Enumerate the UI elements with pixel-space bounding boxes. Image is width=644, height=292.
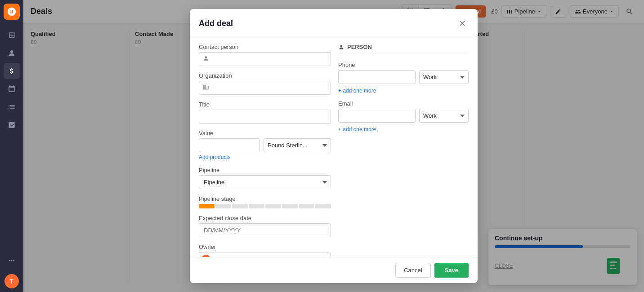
organization-label: Organization: [199, 72, 331, 79]
pipeline-label: Pipeline: [199, 167, 331, 173]
stage-seg-4[interactable]: [249, 204, 264, 208]
add-email-link[interactable]: + add one more: [338, 126, 469, 133]
svg-point-1: [205, 56, 207, 58]
user-avatar[interactable]: T: [4, 274, 19, 288]
phone-label: Phone: [338, 62, 469, 68]
modal-overlay: Add deal Contact person: [23, 0, 644, 292]
person-icon: [203, 55, 209, 63]
phone-input-row: Work Home Other: [338, 70, 469, 84]
phone-type-select[interactable]: Work Home Other: [419, 70, 469, 84]
currency-select[interactable]: Pound Sterlin...: [264, 138, 331, 152]
close-date-group: Expected close date: [199, 215, 331, 237]
modal-header: Add deal: [190, 9, 478, 36]
sidebar-item-marketplace[interactable]: [4, 117, 20, 133]
cancel-button[interactable]: Cancel: [395, 263, 430, 278]
org-input-wrapper: [199, 81, 331, 95]
contact-person-label: Contact person: [199, 44, 331, 50]
email-group: Email Work Home Other + add one more: [338, 100, 469, 133]
stage-seg-7[interactable]: [299, 204, 314, 208]
modal-right: PERSON Phone Work Home Other: [338, 44, 469, 250]
stage-bar[interactable]: [199, 204, 331, 208]
add-phone-link[interactable]: + add one more: [338, 88, 469, 94]
add-products-link[interactable]: Add products: [199, 154, 331, 160]
person-section-header: PERSON: [338, 44, 469, 53]
modal-footer: Cancel Save: [190, 257, 478, 283]
title-input[interactable]: [199, 110, 331, 124]
app-logo[interactable]: [4, 4, 20, 20]
org-icon: [203, 84, 209, 92]
email-label: Email: [338, 100, 469, 107]
organization-group: Organization: [199, 72, 331, 95]
stage-seg-6[interactable]: [282, 204, 298, 208]
sidebar: ⊞ T: [0, 0, 23, 292]
stage-seg-8[interactable]: [315, 204, 331, 208]
email-input-row: Work Home Other: [338, 109, 469, 123]
owner-label: Owner: [199, 243, 331, 250]
organization-input[interactable]: [199, 81, 331, 95]
sidebar-item-more[interactable]: [4, 252, 20, 269]
sidebar-item-insights[interactable]: [4, 99, 20, 115]
value-input[interactable]: [199, 138, 260, 152]
title-group: Title: [199, 101, 331, 124]
person-section-label: PERSON: [347, 44, 372, 50]
stage-seg-3[interactable]: [232, 204, 248, 208]
save-button[interactable]: Save: [434, 263, 469, 278]
owner-group: Owner T Tomas: [199, 243, 331, 257]
close-date-label: Expected close date: [199, 215, 331, 221]
title-label: Title: [199, 101, 331, 108]
main-area: Deals Deal £0 Pipeline Everyo: [23, 0, 644, 292]
pipeline-stage-label: Pipeline stage: [199, 195, 331, 202]
modal-left: Contact person Organization: [199, 44, 331, 250]
svg-point-0: [10, 50, 13, 53]
email-input[interactable]: [338, 109, 416, 123]
email-type-select[interactable]: Work Home Other: [419, 109, 469, 123]
value-row: Pound Sterlin...: [199, 138, 331, 152]
sidebar-item-calendar[interactable]: [4, 81, 20, 97]
owner-select[interactable]: Tomas: [199, 252, 331, 257]
phone-input[interactable]: [338, 70, 416, 84]
svg-point-2: [340, 45, 343, 47]
pipeline-stage-group: Pipeline stage: [199, 195, 331, 208]
stage-seg-2[interactable]: [215, 204, 231, 208]
modal-close-button[interactable]: [456, 17, 469, 30]
contact-person-group: Contact person: [199, 44, 331, 66]
stage-seg-1[interactable]: [199, 204, 215, 208]
close-date-input[interactable]: [199, 223, 331, 237]
value-group: Value Pound Sterlin... Add products: [199, 130, 331, 160]
owner-wrapper: T Tomas: [199, 252, 331, 257]
stage-seg-5[interactable]: [265, 204, 281, 208]
contact-person-input-wrapper: [199, 52, 331, 66]
phone-group: Phone Work Home Other + add one more: [338, 62, 469, 94]
sidebar-item-leads[interactable]: [4, 45, 20, 61]
pipeline-group: Pipeline Pipeline: [199, 167, 331, 189]
add-deal-modal: Add deal Contact person: [190, 9, 478, 283]
sidebar-item-deals[interactable]: [4, 63, 20, 79]
pipeline-select[interactable]: Pipeline: [199, 175, 331, 189]
modal-title: Add deal: [199, 19, 233, 28]
value-label: Value: [199, 130, 331, 137]
sidebar-item-home[interactable]: ⊞: [4, 27, 20, 43]
contact-person-input[interactable]: [199, 52, 331, 66]
modal-body: Contact person Organization: [190, 36, 478, 257]
